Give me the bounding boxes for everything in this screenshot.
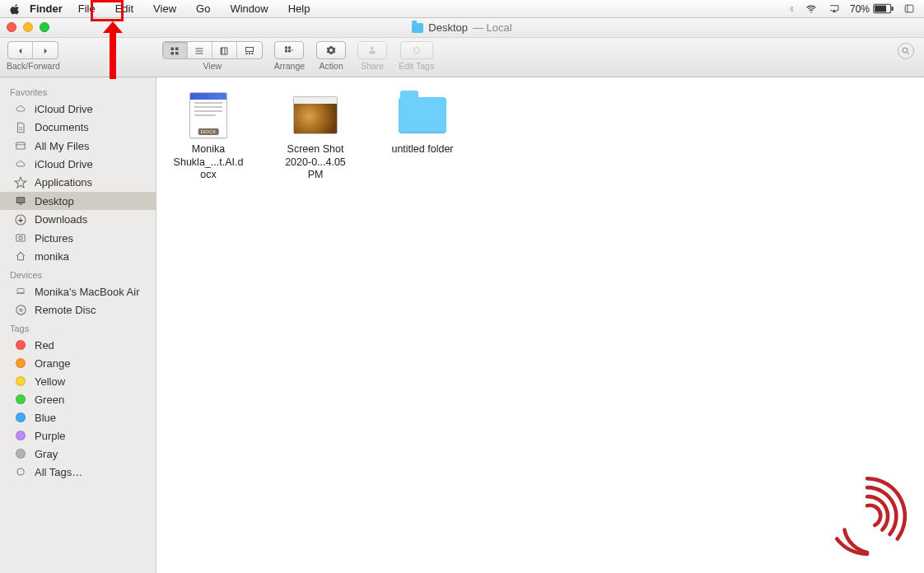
sidebar-item-remote-disc[interactable]: Remote Disc xyxy=(0,300,156,319)
sidebar-item-orange[interactable]: Orange xyxy=(0,354,156,372)
window-minimize-button[interactable] xyxy=(23,22,33,32)
file-item[interactable]: DOCXMonikaShukla_...t.AI.docx xyxy=(171,92,245,182)
window-close-button[interactable] xyxy=(7,22,16,32)
sidebar-item-blue[interactable]: Blue xyxy=(0,408,156,426)
arrange-button[interactable] xyxy=(274,41,304,59)
sidebar-item-label: Orange xyxy=(35,357,70,370)
menubar-window[interactable]: Window xyxy=(226,2,272,16)
sidebar-item-label: All My Files xyxy=(35,140,89,152)
tag-dot-icon xyxy=(13,412,28,422)
menubar: Finder File Edit View Go Window Help 70% xyxy=(0,0,924,18)
back-forward-label: Back/Forward xyxy=(7,61,60,71)
search-button[interactable] xyxy=(898,43,914,59)
share-button[interactable] xyxy=(357,41,387,59)
battery-percentage: 70% xyxy=(850,3,870,15)
cloud-icon xyxy=(13,159,28,169)
menubar-go[interactable]: Go xyxy=(192,2,214,16)
file-label: MonikaShukla_...t.AI.docx xyxy=(171,143,245,182)
view-label: View xyxy=(203,61,222,71)
action-label: Action xyxy=(320,61,343,71)
menubar-help[interactable]: Help xyxy=(284,2,315,16)
svg-rect-7 xyxy=(171,52,175,55)
view-icons-button[interactable] xyxy=(163,42,188,59)
back-button[interactable] xyxy=(8,42,33,59)
svg-rect-23 xyxy=(19,204,22,205)
window-title: Desktop — Local xyxy=(412,21,511,34)
window-maximize-button[interactable] xyxy=(40,22,49,32)
sidebar-item-downloads[interactable]: Downloads xyxy=(0,210,156,229)
sidebar-item-green[interactable]: Green xyxy=(0,390,156,408)
battery-icon[interactable] xyxy=(873,3,894,14)
svg-point-30 xyxy=(17,468,24,475)
sidebar-item-all-tags-[interactable]: All Tags… xyxy=(0,463,156,481)
svg-point-29 xyxy=(19,308,21,310)
action-button[interactable] xyxy=(316,41,346,59)
sidebar-item-gray[interactable]: Gray xyxy=(0,445,156,463)
view-list-button[interactable] xyxy=(188,42,212,59)
cloud-icon xyxy=(13,104,28,114)
view-gallery-button[interactable] xyxy=(237,42,262,59)
sidebar-item-desktop[interactable]: Desktop xyxy=(0,192,156,210)
menubar-extra-icon[interactable] xyxy=(903,3,916,14)
sidebar-item-label: Green xyxy=(35,394,64,406)
tag-dot-icon xyxy=(13,431,28,440)
view-mode-segment xyxy=(162,41,263,59)
screenshot-thumb-icon xyxy=(290,92,341,138)
menubar-file[interactable]: File xyxy=(74,2,100,16)
sidebar-item-icloud-drive[interactable]: iCloud Drive xyxy=(0,155,156,173)
file-label: untitled folder xyxy=(391,143,453,156)
tag-dot-icon xyxy=(13,340,28,350)
sidebar-item-documents[interactable]: Documents xyxy=(0,118,156,137)
sidebar-heading: Tags xyxy=(0,319,156,336)
svg-point-18 xyxy=(903,48,908,53)
menubar-view[interactable]: View xyxy=(149,2,180,16)
disc-icon xyxy=(13,304,28,316)
sidebar-item-label: Pictures xyxy=(35,232,73,245)
file-item[interactable]: Screen Shot2020-0...4.05 PM xyxy=(278,92,352,182)
docx-file-icon: DOCX xyxy=(183,92,234,138)
desktop-icon xyxy=(13,195,28,207)
sidebar-item-label: Red xyxy=(35,339,54,352)
sidebar-item-label: Remote Disc xyxy=(35,304,96,316)
sidebar-item-label: Gray xyxy=(35,448,58,460)
file-item[interactable]: untitled folder xyxy=(385,92,460,156)
svg-rect-2 xyxy=(875,6,886,12)
sidebar-item-purple[interactable]: Purple xyxy=(0,426,156,445)
sidebar-item-label: Yellow xyxy=(35,375,65,388)
svg-rect-9 xyxy=(245,48,253,52)
alltags-icon xyxy=(13,466,28,478)
view-columns-button[interactable] xyxy=(212,42,237,59)
folder-icon xyxy=(397,92,448,138)
tag-dot-icon xyxy=(13,449,28,459)
window-title-location: — Local xyxy=(473,21,512,34)
folder-icon xyxy=(412,23,423,33)
menubar-edit[interactable]: Edit xyxy=(111,2,138,16)
forward-button[interactable] xyxy=(33,42,58,59)
sidebar-item-label: Monika's MacBook Air xyxy=(35,286,139,298)
share-label: Share xyxy=(361,61,384,71)
home-icon xyxy=(13,250,28,262)
file-label: Screen Shot2020-0...4.05 PM xyxy=(278,143,352,182)
edit-tags-button[interactable] xyxy=(400,41,433,59)
svg-rect-13 xyxy=(285,47,287,49)
svg-rect-3 xyxy=(905,5,913,12)
sidebar-item-red[interactable]: Red xyxy=(0,336,156,354)
sidebar-item-pictures[interactable]: Pictures xyxy=(0,229,156,247)
arrange-label: Arrange xyxy=(274,61,305,71)
sidebar-item-label: Blue xyxy=(35,412,56,424)
sidebar-item-applications[interactable]: Applications xyxy=(0,173,156,192)
sidebar-item-icloud-drive[interactable]: iCloud Drive xyxy=(0,100,156,118)
airplay-icon[interactable] xyxy=(827,3,842,14)
apple-logo-icon[interactable] xyxy=(8,3,21,15)
sidebar-item-all-my-files[interactable]: All My Files xyxy=(0,137,156,155)
main-pane[interactable]: DOCXMonikaShukla_...t.AI.docxScreen Shot… xyxy=(156,77,924,573)
menubar-app-name[interactable]: Finder xyxy=(30,2,63,15)
svg-point-26 xyxy=(19,236,22,240)
toolbar: Back/Forward View Arrange Action Share xyxy=(0,38,924,77)
back-forward-segment xyxy=(7,41,58,59)
sidebar-item-monika[interactable]: monika xyxy=(0,247,156,265)
sidebar-item-yellow[interactable]: Yellow xyxy=(0,372,156,390)
wifi-icon[interactable] xyxy=(804,3,819,14)
bluetooth-icon[interactable] xyxy=(787,3,796,15)
sidebar-item-monika-s-macbook-air[interactable]: Monika's MacBook Air xyxy=(0,282,156,300)
